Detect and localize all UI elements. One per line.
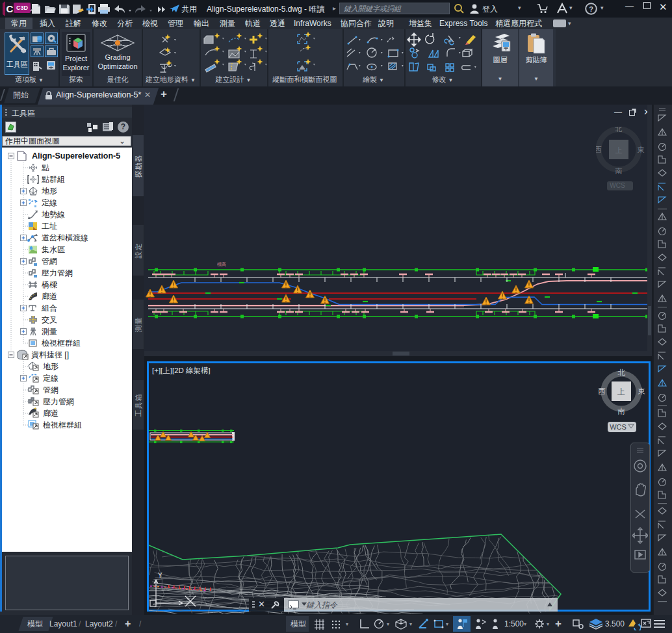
svg-text:定線: 定線	[42, 198, 57, 207]
svg-text:檢視框群組: 檢視框群組	[43, 420, 82, 430]
svg-text:檢視框群組: 檢視框群組	[42, 339, 81, 348]
svg-text:廊道: 廊道	[42, 292, 57, 301]
svg-text:點群組: 點群組	[42, 175, 65, 184]
svg-text:資料捷徑 []: 資料捷徑 []	[31, 350, 69, 359]
svg-text:地勢線: 地勢線	[42, 210, 65, 219]
svg-text:管網: 管網	[43, 385, 58, 394]
svg-text:定線: 定線	[43, 374, 58, 383]
svg-text:廊道: 廊道	[43, 409, 58, 418]
svg-text:道岔和橫渡線: 道岔和橫渡線	[42, 233, 88, 242]
svg-text:標高: 標高	[217, 262, 226, 267]
svg-text:交叉: 交叉	[42, 315, 57, 324]
svg-text:?: ?	[589, 5, 593, 13]
svg-text:組合: 組合	[41, 304, 57, 313]
svg-text:C: C	[6, 3, 14, 14]
svg-text:Align-Superelevation-5: Align-Superelevation-5	[32, 151, 120, 161]
svg-text:測量: 測量	[42, 327, 57, 336]
svg-text:地形: 地形	[43, 362, 58, 371]
svg-text:Y: Y	[158, 572, 162, 579]
svg-text:集水區: 集水區	[42, 245, 65, 254]
svg-text:壓力管網: 壓力管網	[42, 268, 73, 278]
svg-text:工址: 工址	[42, 222, 57, 231]
svg-text:壓力管網: 壓力管網	[43, 397, 74, 406]
svg-text:橋樑: 橋樑	[42, 280, 57, 289]
svg-text:點: 點	[42, 163, 49, 172]
svg-text:管網: 管網	[42, 257, 57, 266]
svg-text:地形: 地形	[42, 187, 57, 196]
